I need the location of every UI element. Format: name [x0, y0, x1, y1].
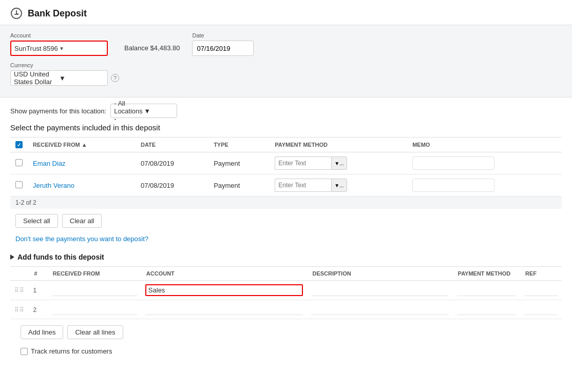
balance-value: $4,483.80 — [150, 44, 180, 52]
currency-chevron-icon: ▼ — [59, 74, 104, 82]
col-description: DESCRIPTION — [307, 267, 452, 281]
date-input[interactable] — [192, 41, 254, 56]
row1-memo — [407, 152, 562, 174]
funds-table: # RECEIVED FROM ACCOUNT DESCRIPTION PAYM… — [10, 266, 562, 319]
funds-row1-pm-input[interactable] — [457, 285, 516, 296]
row1-payment-method: ▼... — [270, 152, 407, 174]
clear-all-lines-button[interactable]: Clear all lines — [67, 325, 123, 339]
drag-handle-2-icon[interactable]: ⠿⠿ — [14, 306, 25, 313]
funds-row1-account: Sales — [141, 281, 308, 300]
select-all-checkbox[interactable]: ✓ — [15, 141, 23, 148]
payments-action-buttons: Select all Clear all — [10, 209, 562, 233]
payments-heading: Select the payments included in this dep… — [10, 123, 562, 132]
account-select[interactable]: SunTrust 8596 ▼ — [10, 41, 108, 56]
currency-select-wrap: USD United States Dollar ▼ ? — [10, 70, 119, 86]
funds-row1-pm — [453, 281, 520, 300]
currency-select[interactable]: USD United States Dollar ▼ — [10, 70, 108, 86]
select-all-button[interactable]: Select all — [15, 214, 58, 228]
row1-checkbox-cell — [10, 152, 28, 174]
funds-row1-desc-input[interactable] — [311, 285, 448, 296]
col-drag — [10, 267, 29, 281]
row1-checkbox[interactable] — [15, 159, 23, 166]
funds-row1-account-value: Sales — [148, 286, 165, 294]
funds-row2-desc — [307, 300, 452, 319]
row2-checkbox-cell — [10, 174, 28, 197]
row1-type: Payment — [208, 152, 270, 174]
row1-pm-dropdown-btn[interactable]: ▼... — [331, 156, 347, 170]
row2-pm-dropdown-btn[interactable]: ▼... — [331, 179, 347, 192]
currency-group: Currency USD United States Dollar ▼ ? — [10, 62, 119, 86]
row1-memo-input[interactable] — [412, 156, 494, 170]
drag-handle-icon[interactable]: ⠿⠿ — [14, 287, 25, 294]
col-received-from: RECEIVED FROM ▲ — [28, 138, 136, 152]
funds-row2-account — [141, 300, 308, 319]
funds-row1-from-input[interactable] — [52, 285, 137, 296]
pagination-row: 1-2 of 2 — [10, 197, 562, 209]
add-lines-button[interactable]: Add lines — [21, 325, 63, 339]
funds-bottom-actions: Add lines Clear all lines — [10, 319, 562, 344]
col-type: TYPE — [208, 138, 270, 152]
col-num: # — [29, 267, 47, 281]
funds-row-2: ⠿⠿ 2 — [10, 300, 562, 319]
funds-row2-ref — [520, 300, 562, 319]
help-icon[interactable]: ? — [111, 74, 119, 82]
funds-row2-from-input[interactable] — [52, 304, 137, 315]
row2-name-link[interactable]: Jeruth Verano — [33, 182, 74, 189]
location-row: Show payments for this location: - All L… — [10, 104, 562, 118]
account-group: Account SunTrust 8596 ▼ — [10, 32, 108, 56]
funds-row2-desc-input[interactable] — [311, 304, 448, 315]
table-row: Eman Diaz 07/08/2019 Payment ▼... — [10, 152, 562, 174]
header-checkbox-cell: ✓ — [10, 138, 28, 152]
funds-row1-from — [48, 281, 141, 300]
date-group: Date — [192, 32, 254, 56]
missing-payments-link[interactable]: Don't see the payments you want to depos… — [10, 233, 562, 248]
track-returns-checkbox[interactable] — [21, 348, 28, 355]
account-value: SunTrust 8596 — [14, 45, 59, 52]
funds-row1-drag: ⠿⠿ — [10, 281, 29, 300]
funds-row2-pm-input[interactable] — [457, 304, 516, 315]
funds-row2-ref-input[interactable] — [524, 304, 558, 315]
funds-row1-num: 1 — [29, 281, 47, 300]
funds-row1-desc — [307, 281, 452, 300]
clear-all-button[interactable]: Clear all — [62, 214, 102, 228]
currency-label: Currency — [10, 62, 119, 68]
funds-row1-ref-input[interactable] — [524, 285, 558, 296]
payments-section: Show payments for this location: - All L… — [0, 97, 572, 248]
location-label: Show payments for this location: — [10, 107, 106, 115]
balance-text: Balance $4,483.80 — [124, 44, 180, 52]
collapse-triangle-icon[interactable] — [10, 254, 14, 260]
col-payment-method: PAYMENT METHOD — [270, 138, 407, 152]
row2-checkbox[interactable] — [15, 181, 23, 188]
page-header: Bank Deposit — [0, 0, 572, 25]
location-value: - All Locations - — [114, 100, 144, 123]
funds-row2-number: 2 — [33, 306, 36, 313]
funds-row2-drag: ⠿⠿ — [10, 300, 29, 319]
pagination-text: 1-2 of 2 — [10, 197, 562, 209]
track-returns-row: Track returns for customers — [10, 347, 562, 355]
payments-table: ✓ RECEIVED FROM ▲ DATE TYPE PAYMENT METH… — [10, 137, 562, 209]
row2-memo-input[interactable] — [412, 179, 494, 192]
funds-row1-ref — [520, 281, 562, 300]
table-row: Jeruth Verano 07/08/2019 Payment ▼... — [10, 174, 562, 197]
funds-row-1: ⠿⠿ 1 Sales — [10, 281, 562, 300]
currency-value: USD United States Dollar — [14, 70, 59, 86]
location-chevron-icon: ▼ — [144, 107, 174, 115]
row1-pm-input[interactable] — [275, 156, 331, 170]
col-memo: MEMO — [407, 138, 562, 152]
row2-received-from: Jeruth Verano — [28, 174, 136, 197]
funds-row2-account-input[interactable] — [145, 304, 303, 315]
col-date: DATE — [136, 138, 208, 152]
row2-date: 07/08/2019 — [136, 174, 208, 197]
row2-pm-input[interactable] — [275, 179, 331, 192]
row1-name-link[interactable]: Eman Diaz — [33, 160, 66, 167]
col-ref: REF — [520, 267, 562, 281]
add-funds-heading: Add funds to this deposit — [10, 253, 562, 261]
funds-row1-account-highlighted[interactable]: Sales — [145, 284, 303, 296]
row2-type: Payment — [208, 174, 270, 197]
col-funds-received-from: RECEIVED FROM — [48, 267, 141, 281]
account-label: Account — [10, 32, 108, 38]
location-select[interactable]: - All Locations - ▼ — [110, 104, 177, 118]
chevron-down-icon: ▼ — [59, 46, 104, 51]
track-returns-label: Track returns for customers — [31, 347, 112, 355]
row1-date: 07/08/2019 — [136, 152, 208, 174]
